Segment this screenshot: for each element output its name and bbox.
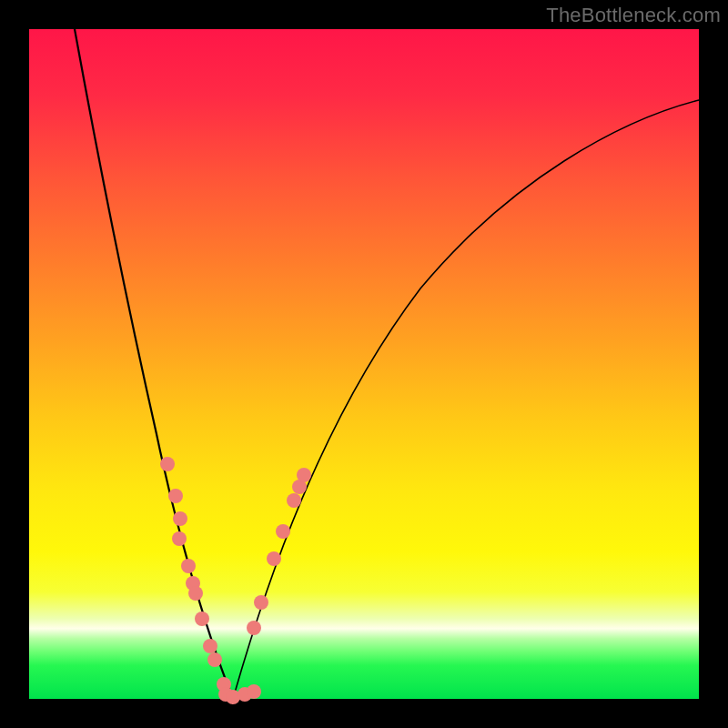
svg-point-0 [160, 457, 175, 471]
svg-point-21 [297, 468, 311, 482]
right-branch [233, 100, 699, 699]
svg-point-14 [247, 684, 261, 699]
svg-point-16 [254, 595, 268, 610]
svg-point-9 [207, 652, 222, 667]
svg-point-7 [195, 612, 209, 626]
plot-area [29, 29, 699, 699]
svg-point-6 [188, 586, 203, 601]
svg-point-17 [267, 551, 281, 566]
scatter-dots [160, 457, 311, 704]
watermark-text: TheBottleneck.com [546, 4, 721, 27]
svg-point-18 [276, 524, 290, 539]
svg-point-15 [247, 621, 261, 635]
svg-point-1 [168, 489, 183, 503]
curve-layer [29, 29, 699, 699]
svg-point-4 [181, 559, 196, 573]
chart-frame: TheBottleneck.com [0, 0, 728, 728]
svg-point-2 [173, 511, 187, 526]
svg-point-19 [287, 493, 301, 508]
svg-point-3 [172, 531, 187, 546]
svg-point-8 [203, 639, 217, 653]
left-branch [75, 29, 233, 699]
